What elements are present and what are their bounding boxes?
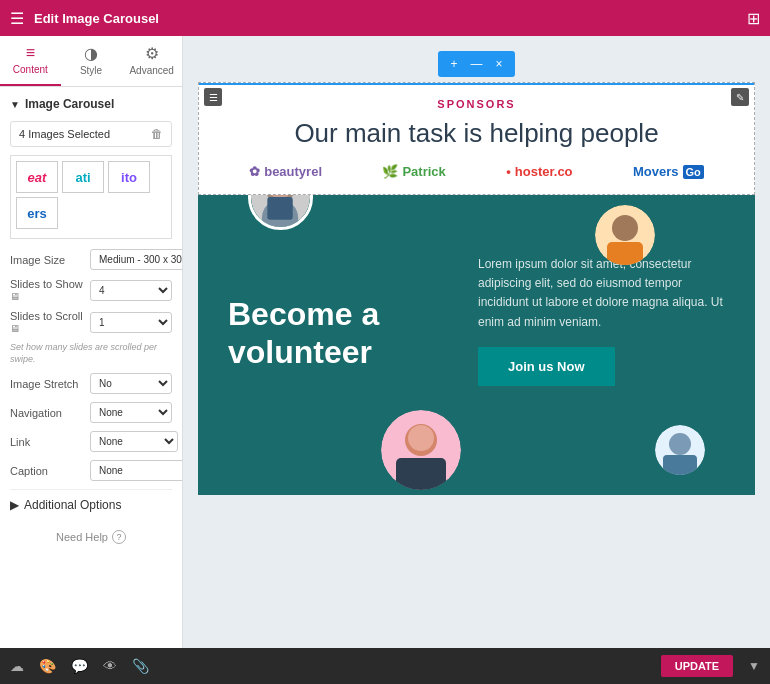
- avatar-bottom-right: [655, 425, 705, 475]
- chat-icon[interactable]: 💬: [71, 658, 88, 674]
- tab-content-label: Content: [13, 64, 48, 75]
- link-select[interactable]: None Media File Custom URL: [90, 431, 178, 452]
- navigation-select[interactable]: None Arrows Dots Both: [90, 402, 172, 423]
- sponsor-logos: ✿ beautyrel 🌿 Patrick • hoster.co Movers…: [219, 164, 734, 179]
- sponsor-beautyrel: ✿ beautyrel: [249, 164, 322, 179]
- thumb-3[interactable]: ito: [108, 161, 150, 193]
- avatar-bottom-left: [381, 410, 461, 490]
- sponsor-movers: Movers Go: [633, 164, 704, 179]
- thumb-4[interactable]: ers: [16, 197, 58, 229]
- bottom-chevron-icon[interactable]: ▼: [748, 659, 760, 673]
- monitor-icon-2: 🖥: [10, 323, 20, 334]
- svg-rect-6: [607, 242, 643, 265]
- image-stretch-row: Image Stretch No Yes: [10, 373, 172, 394]
- selection-line: [199, 83, 754, 85]
- menu-icon[interactable]: ☰: [10, 9, 24, 28]
- slides-to-scroll-select[interactable]: 1 2 3: [90, 312, 172, 333]
- edit-pencil-icon[interactable]: ✎: [731, 88, 749, 106]
- widget-bar: + — ×: [198, 51, 755, 77]
- thumb-row-2: ers: [16, 197, 166, 229]
- sponsor-hoster: • hoster.co: [506, 164, 572, 179]
- thumb-row-1: eat ati ito: [16, 161, 166, 193]
- grid-icon[interactable]: ⊞: [747, 9, 760, 28]
- sponsors-heading: Our main task is helping people: [219, 118, 734, 149]
- panel-content: ▼ Image Carousel 4 Images Selected 🗑 eat…: [0, 87, 182, 648]
- images-selected-label: 4 Images Selected: [19, 128, 110, 140]
- hero-body-text: Lorem ipsum dolor sit amet, consectetur …: [478, 255, 735, 332]
- widget-close-btn[interactable]: ×: [492, 55, 507, 73]
- tab-content[interactable]: ≡ Content: [0, 36, 61, 86]
- image-stretch-select[interactable]: No Yes: [90, 373, 172, 394]
- section-title: Image Carousel: [25, 97, 114, 111]
- images-selected-bar[interactable]: 4 Images Selected 🗑: [10, 121, 172, 147]
- help-icon: ?: [112, 530, 126, 544]
- link-label: Link: [10, 436, 90, 448]
- slides-to-show-label: Slides to Show 🖥: [10, 278, 90, 302]
- sponsor-patrick: 🌿 Patrick: [382, 164, 445, 179]
- image-size-row: Image Size Medium - 300 x 300 Thumbnail …: [10, 249, 172, 270]
- caption-row: Caption None Attachment Caption: [10, 460, 172, 481]
- paperclip-icon[interactable]: 📎: [132, 658, 149, 674]
- thumb-2[interactable]: ati: [62, 161, 104, 193]
- need-help-label: Need Help: [56, 531, 108, 543]
- hoster-text: hoster.co: [515, 164, 573, 179]
- advanced-icon: ⚙: [145, 44, 159, 63]
- monitor-icon: 🖥: [10, 291, 20, 302]
- scroll-hint: Set how many slides are scrolled per swi…: [10, 342, 172, 365]
- style-icon: ◑: [84, 44, 98, 63]
- bottom-bar: ☁ 🎨 💬 👁 📎 UPDATE ▼: [0, 648, 770, 684]
- slides-to-show-row: Slides to Show 🖥 4 1 2 3 5: [10, 278, 172, 302]
- hero-right: Lorem ipsum dolor sit amet, consectetur …: [458, 195, 755, 495]
- need-help[interactable]: Need Help ?: [10, 520, 172, 554]
- hero-heading: Become a volunteer: [228, 295, 438, 372]
- section-header: ▼ Image Carousel: [10, 97, 172, 111]
- svg-point-5: [612, 215, 638, 241]
- content-icon: ≡: [26, 44, 35, 62]
- beautyrel-icon: ✿: [249, 164, 260, 179]
- main-layout: ≡ Content ◑ Style ⚙ Advanced ▼ Image Car…: [0, 36, 770, 648]
- tab-advanced[interactable]: ⚙ Advanced: [121, 36, 182, 86]
- image-stretch-label: Image Stretch: [10, 378, 90, 390]
- image-thumbnails: eat ati ito ers: [10, 155, 172, 239]
- navigation-label: Navigation: [10, 407, 90, 419]
- widget-add-btn[interactable]: +: [446, 55, 461, 73]
- widget-bar-inner: + — ×: [438, 51, 514, 77]
- tab-style-label: Style: [80, 65, 102, 76]
- widget-dash-btn[interactable]: —: [467, 55, 487, 73]
- beautyrel-text: beautyrel: [264, 164, 322, 179]
- update-button[interactable]: UPDATE: [661, 655, 733, 677]
- patrick-text: Patrick: [402, 164, 445, 179]
- svg-point-10: [408, 425, 434, 451]
- caption-select[interactable]: None Attachment Caption: [90, 460, 182, 481]
- svg-rect-9: [396, 458, 446, 490]
- additional-options-label: Additional Options: [24, 498, 121, 512]
- navigation-row: Navigation None Arrows Dots Both: [10, 402, 172, 423]
- slides-to-scroll-row: Slides to Scroll 🖥 1 2 3: [10, 310, 172, 334]
- section-arrow[interactable]: ▼: [10, 99, 20, 110]
- trash-icon[interactable]: 🗑: [151, 127, 163, 141]
- link-row: Link None Media File Custom URL: [10, 431, 172, 452]
- top-bar: ☰ Edit Image Carousel ⊞: [0, 0, 770, 36]
- sponsors-label: SPONSORS: [219, 98, 734, 110]
- movers-text: Movers: [633, 164, 679, 179]
- tab-advanced-label: Advanced: [129, 65, 173, 76]
- edit-block-icon[interactable]: ☰: [204, 88, 222, 106]
- caption-label: Caption: [10, 465, 90, 477]
- avatar-right: [595, 205, 655, 265]
- palette-icon[interactable]: 🎨: [39, 658, 56, 674]
- patrick-icon: 🌿: [382, 164, 398, 179]
- slides-to-scroll-label: Slides to Scroll 🖥: [10, 310, 90, 334]
- right-content: + — × ☰ ✎ SPONSORS Our main task is help…: [183, 36, 770, 648]
- page-title: Edit Image Carousel: [34, 11, 737, 26]
- thumb-1[interactable]: eat: [16, 161, 58, 193]
- additional-options[interactable]: ▶ Additional Options: [10, 489, 172, 520]
- left-panel: ≡ Content ◑ Style ⚙ Advanced ▼ Image Car…: [0, 36, 183, 648]
- canvas-area: + — × ☰ ✎ SPONSORS Our main task is help…: [183, 36, 770, 510]
- tab-style[interactable]: ◑ Style: [61, 36, 122, 86]
- eye-icon[interactable]: 👁: [103, 658, 117, 674]
- join-us-button[interactable]: Join us Now: [478, 347, 615, 386]
- image-size-select[interactable]: Medium - 300 x 300 Thumbnail Large Full: [90, 249, 182, 270]
- additional-arrow: ▶: [10, 498, 19, 512]
- slides-to-show-select[interactable]: 4 1 2 3 5: [90, 280, 172, 301]
- cloud-icon[interactable]: ☁: [10, 658, 24, 674]
